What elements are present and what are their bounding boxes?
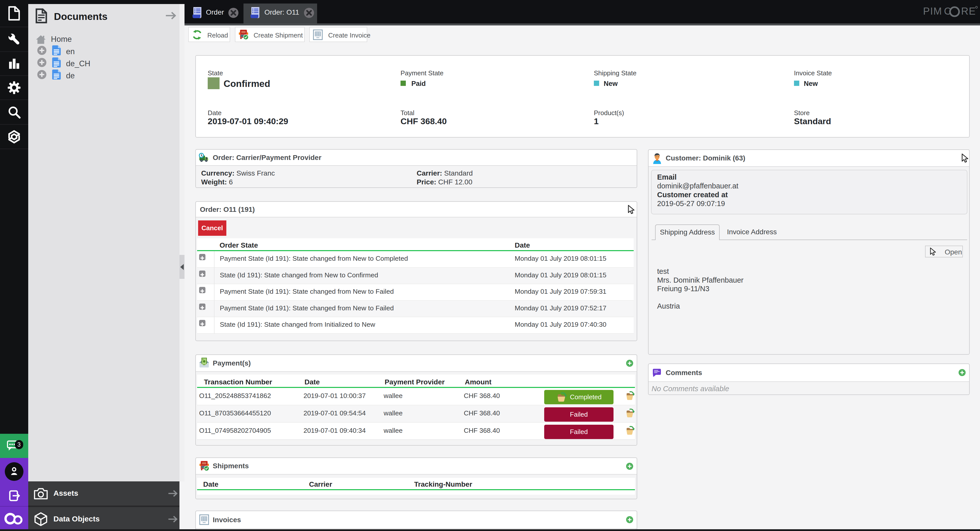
svg-text:PIM: PIM	[923, 6, 942, 17]
svg-text:RE: RE	[961, 6, 976, 17]
